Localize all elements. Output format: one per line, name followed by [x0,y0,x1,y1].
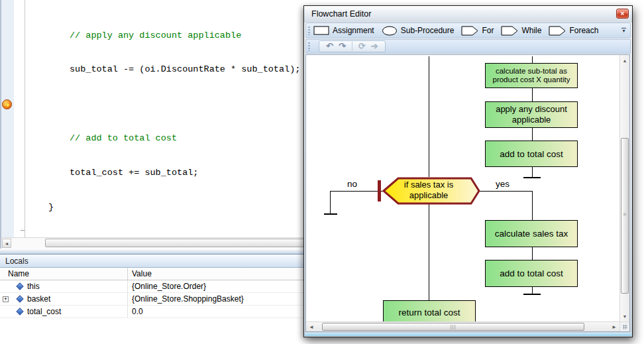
variable-name: basket [27,294,50,304]
tool-while[interactable]: While [501,26,541,36]
code-horizontal-scrollbar[interactable]: ◄ [1,237,305,249]
scrollbar-thumb[interactable]: ≡ [621,138,629,294]
locals-panel-title: Locals [0,255,305,268]
variable-value: {Online_Store.Order} [132,282,206,291]
code-line [27,98,305,109]
scroll-left-button[interactable]: ◄ [309,324,314,330]
breakpoint-gutter[interactable] [1,0,14,237]
variable-value: 0.0 [132,307,143,316]
yes-branch-line [473,191,532,192]
code-line: total_cost += sub_total; [27,167,305,178]
flow-node-calculate-subtotal[interactable]: calculate sub-total as product cost X qu… [485,63,578,88]
flow-node-return-total[interactable]: return total cost [383,300,476,321]
rectangle-shape-icon [313,26,329,35]
code-line: // apply any discount applicable [27,30,305,41]
flow-node-calculate-sales-tax[interactable]: calculate sales tax [485,220,578,247]
node-label: applicable [512,115,551,125]
code-comment: // apply any discount applicable [70,30,241,40]
scroll-right-button[interactable]: ► [612,324,617,330]
close-icon: × [621,10,625,17]
locals-value-cell: 0.0 [128,306,305,317]
node-label: add to total cost [500,268,563,278]
node-label: product cost X quantity [493,76,570,85]
refresh-button[interactable]: ⟳ [358,41,366,52]
scrollbar-thumb[interactable] [45,239,305,247]
undo-button[interactable]: ↶ [326,41,333,52]
tool-foreach[interactable]: Foreach [549,26,598,36]
locals-row[interactable]: total_cost 0.0 [0,306,305,318]
flowchart-canvas[interactable]: calculate sub-total as product cost X qu… [306,55,619,321]
scroll-down-button[interactable]: ▼ [620,314,629,319]
variable-icon [16,308,23,315]
terminator-cap [523,294,541,295]
window-title: Flowchart Editor [311,9,371,19]
tool-label: While [521,26,541,35]
code-text-span: total_cost += sub_total; [70,168,198,178]
forward-button[interactable]: ➔ [371,41,378,52]
flow-node-add-to-total-2[interactable]: add to total cost [485,260,578,287]
toolbar-divider [352,42,352,51]
terminator-cap [523,177,541,178]
window-bottom-frame [305,333,631,336]
tool-label: Assignment [333,26,374,35]
flowchart-editor-window: Flowchart Editor × Assignment Sub-Proced… [303,5,633,337]
resize-grip[interactable] [619,321,629,331]
ellipse-shape-icon [382,26,398,36]
pane-separator[interactable] [0,249,305,255]
flow-node-add-to-total[interactable]: add to total cost [485,141,578,167]
node-label: apply any discount [496,104,567,115]
code-line: } [27,201,305,213]
code-text-span: sub_total -= (oi.DiscountRate * sub_tota… [70,64,300,74]
code-editor-pane[interactable]: ➔ // apply any discount applicable sub_t… [0,0,305,249]
locals-column-headers: Name Value [0,268,305,280]
code-line: sub_total -= (oi.DiscountRate * sub_tota… [27,64,305,75]
connector-line [429,56,429,177]
node-label: return total cost [398,308,460,317]
tool-label: For [482,26,494,35]
redo-icon: ↷ [339,41,346,51]
window-titlebar[interactable]: Flowchart Editor [304,6,632,23]
connector-line [429,203,429,300]
locals-name-cell: total_cost [0,306,128,317]
forward-arrow-icon: ➔ [371,41,378,51]
toolbar-overflow-button[interactable]: ▾ [619,28,628,33]
close-button[interactable]: × [616,9,629,19]
tool-assignment[interactable]: Assignment [313,26,374,35]
toolbar-grip-handle[interactable] [308,26,310,35]
redo-button[interactable]: ↷ [339,41,346,52]
node-label: calculate sales tax [495,229,568,239]
scroll-left-icon: ◄ [5,241,9,246]
variable-icon [16,282,23,290]
expand-toggle[interactable]: + [3,296,9,302]
outline-end-tick [21,230,25,231]
scroll-up-button[interactable]: ▲ [620,58,629,63]
locals-row[interactable]: this {Online_Store.Order} [0,280,305,293]
toolbar-grip-handle[interactable] [308,42,310,51]
variable-name: total_cost [27,307,61,316]
code-line: // add to total cost [27,133,305,144]
flow-node-apply-discount[interactable]: apply any discount applicable [485,101,578,128]
column-header-value[interactable]: Value [128,268,305,280]
variable-name: this [27,282,40,291]
pentagon-shape-icon [501,26,518,36]
pentagon-shape-icon [461,26,478,36]
no-branch-line [330,191,331,214]
flowchart-vertical-scrollbar[interactable]: ▲ ≡ ▼ [619,55,629,321]
locals-name-cell: this [0,280,128,292]
tool-sub-procedure[interactable]: Sub-Procedure [382,26,455,36]
locals-row[interactable]: + basket {Online_Store.ShoppingBasket} [0,293,305,306]
refresh-icon: ⟳ [358,41,366,51]
scroll-left-button[interactable]: ◄ [2,239,11,248]
flowchart-horizontal-scrollbar[interactable]: ◄ ||| ► [306,321,619,331]
scrollbar-thumb[interactable]: ||| [322,323,584,331]
locals-value-cell: {Online_Store.Order} [128,280,305,292]
resize-grip-dots [623,325,627,329]
outline-margin-line [25,0,25,237]
column-header-name[interactable]: Name [0,268,128,280]
screen: { "icons": { "close": "×", "undo": "↶", … [0,0,644,344]
scroll-right-icon: ► [612,324,617,330]
tool-label: Sub-Procedure [401,26,455,35]
variable-icon [16,295,23,302]
scroll-down-icon: ▼ [623,314,627,319]
tool-for[interactable]: For [461,26,494,36]
